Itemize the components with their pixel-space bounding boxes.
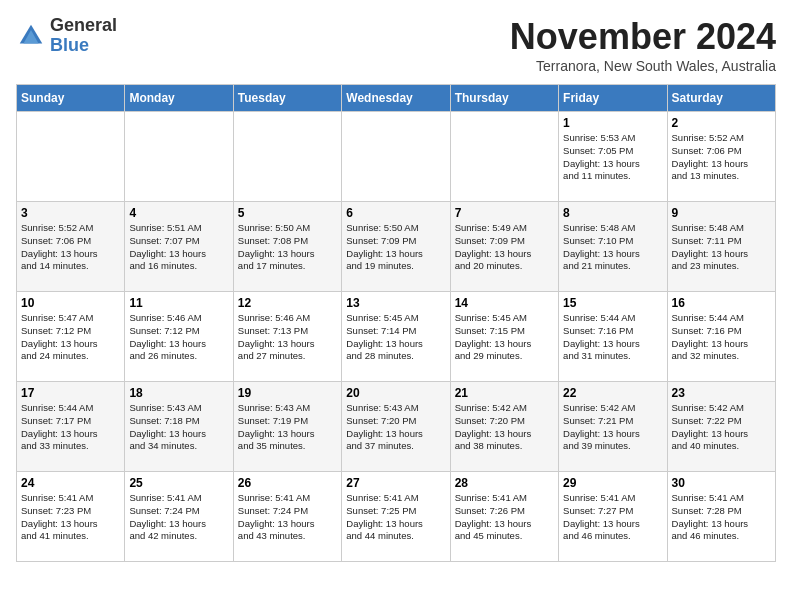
day-number: 17	[21, 386, 120, 400]
header: General Blue November 2024 Terranora, Ne…	[16, 16, 776, 74]
header-tuesday: Tuesday	[233, 85, 341, 112]
calendar-header: SundayMondayTuesdayWednesdayThursdayFrid…	[17, 85, 776, 112]
day-info: Sunrise: 5:45 AM Sunset: 7:15 PM Dayligh…	[455, 312, 554, 363]
calendar-cell: 27Sunrise: 5:41 AM Sunset: 7:25 PM Dayli…	[342, 472, 450, 562]
day-number: 5	[238, 206, 337, 220]
day-info: Sunrise: 5:43 AM Sunset: 7:18 PM Dayligh…	[129, 402, 228, 453]
calendar-cell	[17, 112, 125, 202]
day-info: Sunrise: 5:47 AM Sunset: 7:12 PM Dayligh…	[21, 312, 120, 363]
day-info: Sunrise: 5:50 AM Sunset: 7:09 PM Dayligh…	[346, 222, 445, 273]
day-info: Sunrise: 5:44 AM Sunset: 7:16 PM Dayligh…	[563, 312, 662, 363]
day-info: Sunrise: 5:41 AM Sunset: 7:23 PM Dayligh…	[21, 492, 120, 543]
day-number: 1	[563, 116, 662, 130]
day-number: 27	[346, 476, 445, 490]
logo-icon	[16, 21, 46, 51]
day-number: 14	[455, 296, 554, 310]
header-row: SundayMondayTuesdayWednesdayThursdayFrid…	[17, 85, 776, 112]
week-row-4: 24Sunrise: 5:41 AM Sunset: 7:23 PM Dayli…	[17, 472, 776, 562]
day-info: Sunrise: 5:44 AM Sunset: 7:17 PM Dayligh…	[21, 402, 120, 453]
calendar-cell: 28Sunrise: 5:41 AM Sunset: 7:26 PM Dayli…	[450, 472, 558, 562]
day-info: Sunrise: 5:50 AM Sunset: 7:08 PM Dayligh…	[238, 222, 337, 273]
calendar-cell: 15Sunrise: 5:44 AM Sunset: 7:16 PM Dayli…	[559, 292, 667, 382]
week-row-2: 10Sunrise: 5:47 AM Sunset: 7:12 PM Dayli…	[17, 292, 776, 382]
location-subtitle: Terranora, New South Wales, Australia	[510, 58, 776, 74]
day-info: Sunrise: 5:48 AM Sunset: 7:11 PM Dayligh…	[672, 222, 771, 273]
day-number: 30	[672, 476, 771, 490]
day-info: Sunrise: 5:51 AM Sunset: 7:07 PM Dayligh…	[129, 222, 228, 273]
calendar-cell	[233, 112, 341, 202]
day-info: Sunrise: 5:41 AM Sunset: 7:24 PM Dayligh…	[238, 492, 337, 543]
day-info: Sunrise: 5:41 AM Sunset: 7:25 PM Dayligh…	[346, 492, 445, 543]
day-info: Sunrise: 5:42 AM Sunset: 7:21 PM Dayligh…	[563, 402, 662, 453]
day-number: 22	[563, 386, 662, 400]
calendar-cell: 22Sunrise: 5:42 AM Sunset: 7:21 PM Dayli…	[559, 382, 667, 472]
day-number: 26	[238, 476, 337, 490]
calendar-cell: 2Sunrise: 5:52 AM Sunset: 7:06 PM Daylig…	[667, 112, 775, 202]
day-number: 6	[346, 206, 445, 220]
calendar-cell: 9Sunrise: 5:48 AM Sunset: 7:11 PM Daylig…	[667, 202, 775, 292]
logo-text: General Blue	[50, 16, 117, 56]
week-row-0: 1Sunrise: 5:53 AM Sunset: 7:05 PM Daylig…	[17, 112, 776, 202]
day-info: Sunrise: 5:41 AM Sunset: 7:26 PM Dayligh…	[455, 492, 554, 543]
logo-blue-text: Blue	[50, 36, 117, 56]
header-wednesday: Wednesday	[342, 85, 450, 112]
day-info: Sunrise: 5:41 AM Sunset: 7:28 PM Dayligh…	[672, 492, 771, 543]
day-number: 16	[672, 296, 771, 310]
day-info: Sunrise: 5:42 AM Sunset: 7:22 PM Dayligh…	[672, 402, 771, 453]
day-info: Sunrise: 5:41 AM Sunset: 7:24 PM Dayligh…	[129, 492, 228, 543]
header-saturday: Saturday	[667, 85, 775, 112]
calendar-cell: 17Sunrise: 5:44 AM Sunset: 7:17 PM Dayli…	[17, 382, 125, 472]
day-number: 23	[672, 386, 771, 400]
day-number: 8	[563, 206, 662, 220]
day-number: 4	[129, 206, 228, 220]
calendar-cell	[342, 112, 450, 202]
day-number: 10	[21, 296, 120, 310]
calendar-cell: 11Sunrise: 5:46 AM Sunset: 7:12 PM Dayli…	[125, 292, 233, 382]
calendar-cell: 4Sunrise: 5:51 AM Sunset: 7:07 PM Daylig…	[125, 202, 233, 292]
day-info: Sunrise: 5:49 AM Sunset: 7:09 PM Dayligh…	[455, 222, 554, 273]
day-number: 2	[672, 116, 771, 130]
day-number: 28	[455, 476, 554, 490]
calendar-cell: 26Sunrise: 5:41 AM Sunset: 7:24 PM Dayli…	[233, 472, 341, 562]
calendar-cell: 18Sunrise: 5:43 AM Sunset: 7:18 PM Dayli…	[125, 382, 233, 472]
calendar-cell: 14Sunrise: 5:45 AM Sunset: 7:15 PM Dayli…	[450, 292, 558, 382]
day-info: Sunrise: 5:46 AM Sunset: 7:12 PM Dayligh…	[129, 312, 228, 363]
calendar-cell	[450, 112, 558, 202]
calendar-cell: 19Sunrise: 5:43 AM Sunset: 7:19 PM Dayli…	[233, 382, 341, 472]
calendar-cell: 25Sunrise: 5:41 AM Sunset: 7:24 PM Dayli…	[125, 472, 233, 562]
day-number: 12	[238, 296, 337, 310]
header-thursday: Thursday	[450, 85, 558, 112]
week-row-3: 17Sunrise: 5:44 AM Sunset: 7:17 PM Dayli…	[17, 382, 776, 472]
day-number: 9	[672, 206, 771, 220]
logo: General Blue	[16, 16, 117, 56]
calendar-cell: 30Sunrise: 5:41 AM Sunset: 7:28 PM Dayli…	[667, 472, 775, 562]
calendar-cell: 13Sunrise: 5:45 AM Sunset: 7:14 PM Dayli…	[342, 292, 450, 382]
day-info: Sunrise: 5:44 AM Sunset: 7:16 PM Dayligh…	[672, 312, 771, 363]
calendar-cell: 10Sunrise: 5:47 AM Sunset: 7:12 PM Dayli…	[17, 292, 125, 382]
calendar-cell: 12Sunrise: 5:46 AM Sunset: 7:13 PM Dayli…	[233, 292, 341, 382]
day-number: 20	[346, 386, 445, 400]
day-info: Sunrise: 5:42 AM Sunset: 7:20 PM Dayligh…	[455, 402, 554, 453]
calendar-cell: 24Sunrise: 5:41 AM Sunset: 7:23 PM Dayli…	[17, 472, 125, 562]
day-number: 24	[21, 476, 120, 490]
calendar-cell: 7Sunrise: 5:49 AM Sunset: 7:09 PM Daylig…	[450, 202, 558, 292]
logo-general-text: General	[50, 16, 117, 36]
day-number: 19	[238, 386, 337, 400]
calendar-cell: 21Sunrise: 5:42 AM Sunset: 7:20 PM Dayli…	[450, 382, 558, 472]
day-info: Sunrise: 5:45 AM Sunset: 7:14 PM Dayligh…	[346, 312, 445, 363]
day-number: 18	[129, 386, 228, 400]
header-sunday: Sunday	[17, 85, 125, 112]
day-number: 13	[346, 296, 445, 310]
calendar-cell: 6Sunrise: 5:50 AM Sunset: 7:09 PM Daylig…	[342, 202, 450, 292]
day-info: Sunrise: 5:48 AM Sunset: 7:10 PM Dayligh…	[563, 222, 662, 273]
day-info: Sunrise: 5:52 AM Sunset: 7:06 PM Dayligh…	[672, 132, 771, 183]
day-info: Sunrise: 5:53 AM Sunset: 7:05 PM Dayligh…	[563, 132, 662, 183]
calendar-cell: 20Sunrise: 5:43 AM Sunset: 7:20 PM Dayli…	[342, 382, 450, 472]
calendar-cell	[125, 112, 233, 202]
day-number: 21	[455, 386, 554, 400]
calendar-body: 1Sunrise: 5:53 AM Sunset: 7:05 PM Daylig…	[17, 112, 776, 562]
day-number: 15	[563, 296, 662, 310]
title-area: November 2024 Terranora, New South Wales…	[510, 16, 776, 74]
calendar-cell: 8Sunrise: 5:48 AM Sunset: 7:10 PM Daylig…	[559, 202, 667, 292]
month-title: November 2024	[510, 16, 776, 58]
